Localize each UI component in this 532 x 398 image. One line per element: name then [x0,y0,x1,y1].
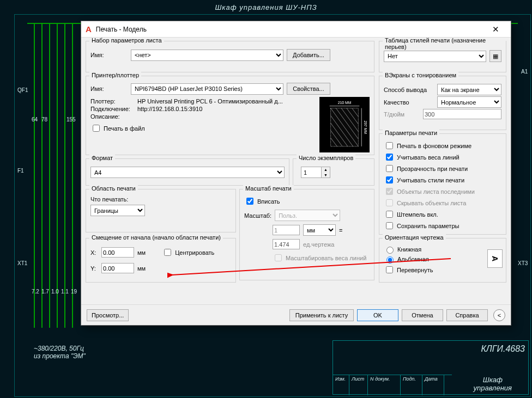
scale-lineweights-checkbox [275,254,282,261]
orientation-portrait-radio[interactable] [386,247,394,254]
printer-properties-button[interactable]: Свойства... [287,83,330,95]
group-printer: Принтер/плоттер Имя: NPI6794BD (HP Laser… [86,76,374,155]
offset-y-label: Y: [90,265,98,272]
preview-button[interactable]: Просмотр... [87,309,129,321]
opt-savechanges-checkbox[interactable] [386,222,393,229]
group-page-setup: Набор параметров листа Имя: <нет> Добави… [86,41,374,72]
printer-name-select[interactable]: NPI6794BD (HP LaserJet P3010 Series) [131,83,283,95]
legend-options: Параметры печати [383,130,439,136]
area-what-label: Что печатать: [90,196,231,203]
center-plot-label: Центрировать [175,249,214,256]
page-setup-name-label: Имя: [90,52,128,58]
shade-quality-select[interactable]: Нормальное [437,96,501,108]
scale-lineweights-label: Масштабировать веса линий [286,255,366,261]
area-what-select[interactable]: Границы [90,205,145,216]
legend-shaded: ВЭкраны с тонированием [383,72,458,78]
svg-text:297 MM: 297 MM [364,120,367,134]
legend-page-setup: Набор параметров листа [89,38,164,44]
cad-title-block: КЛГИ.4683 Шкаф управления Изм. Лист N до… [332,340,529,395]
apply-to-layout-button[interactable]: Применить к листу [289,309,354,321]
ok-button[interactable]: OK [357,309,398,321]
dialog-button-row: Просмотр... Применить к листу OK Отмена … [81,304,511,325]
scale-select: Польз. [275,210,340,221]
cad-voltage-note: ~380/220В, 50Гц из проекта "ЭМ" [34,345,86,360]
page-setup-name-select[interactable]: <нет> [131,50,283,61]
opt-plotstyles-checkbox[interactable] [386,176,393,183]
plot-to-file-checkbox[interactable] [93,125,100,132]
svg-text:210 MM: 210 MM [338,101,352,105]
offset-y-input[interactable] [101,263,134,273]
opt-transparency-checkbox[interactable] [386,165,393,172]
opt-paperspacelast-checkbox [386,188,393,195]
offset-x-label: X: [90,249,98,256]
app-icon: A [86,25,92,34]
expand-options-button[interactable]: < [493,309,505,321]
cad-drawing-title: Шкаф управления ШУ-НПЗ [0,3,532,11]
center-plot-checkbox[interactable] [164,249,171,256]
orientation-landscape-radio[interactable] [386,256,394,264]
group-orientation: Ориентация чертежа Книжная Альбомная Пер… [379,238,506,283]
group-copies: Число экземпляров ▲▼ [293,158,374,186]
legend-plot-style: Таблица стилей печати (назначение перьев… [383,38,506,50]
printer-name-label: Имя: [90,85,128,92]
orientation-preview-icon: A [487,249,503,268]
dialog-titlebar[interactable]: A Печать - Модель ✕ [81,21,511,38]
paper-preview: 210 MM 297 MM [319,97,370,152]
paper-size-select[interactable]: A4 [90,167,285,178]
orientation-upsidedown-checkbox[interactable] [386,266,393,273]
scale-unit-select[interactable]: мм [303,224,336,236]
plotter-label: Плоттер: [90,98,134,105]
print-dialog: A Печать - Модель ✕ Набор параметров лис… [81,21,511,326]
plot-style-edit-button[interactable]: ▦ [489,50,501,62]
offset-x-input[interactable] [101,247,134,258]
fit-to-paper-label: Вписать [257,198,280,205]
page-setup-add-button[interactable]: Добавить... [287,49,330,61]
copies-input[interactable] [301,167,321,177]
opt-background-checkbox[interactable] [386,142,393,149]
opt-hidepaperspace-checkbox [386,199,393,206]
connection-label: Подключение: [90,106,134,112]
group-plot-scale: Масштаб печати Вписать Масштаб: Польз. м… [239,189,374,280]
legend-offset: Смещение от начала (начало области печат… [89,234,223,241]
shade-dpi-label: Т/дюйм [384,111,420,118]
opt-lineweights-checkbox[interactable] [386,154,393,161]
connection-value: http://192.168.0.15:3910 [137,106,202,112]
shade-mode-label: Способ вывода [384,87,434,93]
legend-printer: Принтер/плоттер [89,72,141,78]
shade-mode-select[interactable]: Как на экране [437,84,501,95]
help-button[interactable]: Справка [446,309,488,321]
legend-copies: Число экземпляров [297,155,355,161]
group-plot-options: Параметры печати Печать в фоновом режиме… [379,133,506,235]
cancel-button[interactable]: Отмена [402,309,443,321]
group-plot-style: Таблица стилей печати (назначение перьев… [379,41,506,72]
dialog-title: Печать - Модель [96,26,147,33]
scale-denominator-input [273,239,300,249]
opt-stamp-checkbox[interactable] [386,211,393,218]
group-plot-area: Область печати Что печатать: Границы [86,189,236,232]
group-shaded-viewport: ВЭкраны с тонированием Способ выводаКак … [379,76,506,130]
plotter-value: HP Universal Printing PCL 6 - Оптимизиро… [137,98,283,105]
group-paper: Формат A4 [86,158,289,186]
legend-scale: Масштаб печати [243,185,294,192]
close-button[interactable]: ✕ [485,25,506,34]
fit-to-paper-checkbox[interactable] [246,198,253,205]
legend-area: Область печати [89,185,138,192]
copies-spinner[interactable]: ▲▼ [301,167,330,178]
shade-quality-label: Качество [384,99,434,106]
legend-orientation: Ориентация чертежа [383,234,446,241]
legend-paper: Формат [89,155,115,161]
group-plot-offset: Смещение от начала (начало области печат… [86,238,236,283]
scale-label: Масштаб: [244,212,271,219]
plot-style-select[interactable]: Нет [384,51,486,62]
scale-numerator-input [273,225,300,235]
plot-to-file-label: Печать в файл [104,125,145,132]
shade-dpi-input [423,109,501,119]
description-label: Описание: [90,113,134,120]
